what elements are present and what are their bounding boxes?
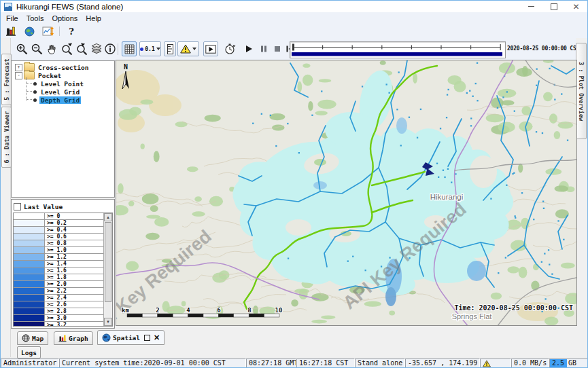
- legend-scrollbar[interactable]: ▲ ▼: [103, 213, 112, 326]
- tree-item-pocket[interactable]: - Pocket: [12, 71, 114, 79]
- legend-label: >= 2.8: [45, 308, 103, 314]
- legend-label: >= 2.6: [45, 301, 103, 308]
- tree-item-label[interactable]: Cross-section: [37, 64, 90, 71]
- menu-file[interactable]: File: [3, 13, 24, 24]
- tree-item-level-grid[interactable]: Level Grid: [12, 88, 114, 96]
- menu-help[interactable]: Help: [83, 13, 107, 24]
- legend-row[interactable]: >= 0.2: [14, 220, 103, 227]
- scale-ruler-button[interactable]: [164, 41, 176, 56]
- tree-item-level-point[interactable]: Level Point: [12, 79, 114, 88]
- scale-unit-label: km: [122, 307, 129, 314]
- tree-item-label[interactable]: Level Point: [39, 80, 85, 88]
- last-value-checkbox[interactable]: [14, 203, 21, 210]
- legend-swatch: [14, 227, 45, 233]
- legend-swatch: [14, 213, 45, 219]
- collapse-minus-icon[interactable]: -: [15, 72, 22, 79]
- minimize-button[interactable]: [520, 1, 542, 12]
- scale-tick-label: 4: [186, 307, 190, 314]
- legend-label: >= 1.0: [45, 247, 103, 253]
- contour-threshold-dropdown[interactable]: 0.1: [139, 41, 161, 56]
- play-button[interactable]: [241, 41, 256, 56]
- menu-tools[interactable]: Tools: [24, 13, 50, 24]
- tab-plot-overview-label: 3 : Plot Overview: [578, 62, 585, 121]
- help-button[interactable]: ?: [65, 25, 78, 37]
- legend-row[interactable]: >= 3.0: [14, 315, 103, 322]
- explorer-bars-button[interactable]: [4, 25, 18, 37]
- close-button[interactable]: ✕: [565, 1, 587, 12]
- animation-timer-button[interactable]: [222, 41, 237, 56]
- legend-row[interactable]: >= 2.8: [14, 308, 103, 315]
- tree-item-depth-grid[interactable]: Depth Grid: [12, 96, 114, 104]
- tab-close-icon[interactable]: ✕: [154, 333, 160, 342]
- legend-row[interactable]: >= 2.6: [14, 301, 103, 308]
- zoom-out-button[interactable]: [29, 41, 44, 56]
- zoom-previous-button[interactable]: [59, 41, 74, 56]
- slider-time-label: 2020-08-25 00:00:00 CST: [507, 45, 576, 52]
- tree-item-label[interactable]: Pocket: [37, 72, 63, 79]
- wireframe-globe-icon: [22, 334, 30, 342]
- globe-icon: [102, 333, 111, 342]
- zoom-in-button[interactable]: [14, 41, 29, 56]
- toolbar-separator: [59, 26, 60, 36]
- legend-label: >= 0.2: [45, 220, 103, 226]
- tab-spatial-label: Spatial: [113, 334, 140, 342]
- legend-row[interactable]: >= 0.8: [14, 240, 103, 247]
- warning-triangle-icon: [483, 360, 491, 367]
- tree-item-label[interactable]: Level Grid: [39, 88, 81, 96]
- map-viewport[interactable]: API Key Required API Key Required Hikura…: [116, 60, 577, 326]
- animation-dialog-button[interactable]: [203, 41, 218, 56]
- scroll-up-icon[interactable]: ▲: [104, 213, 112, 221]
- timeseries-dialog-button[interactable]: [41, 25, 54, 37]
- tree-item-label-selected[interactable]: Depth Grid: [39, 96, 81, 104]
- legend-row[interactable]: >= 0.4: [14, 227, 103, 234]
- expand-plus-icon[interactable]: +: [15, 64, 22, 71]
- chevron-down-icon: [156, 48, 160, 50]
- tab-data-viewer[interactable]: 6 : Data Viewer: [1, 107, 12, 168]
- menu-options[interactable]: Options: [49, 13, 83, 24]
- legend-row[interactable]: >= 2.0: [14, 281, 103, 288]
- right-tab-strip: 3 : Plot Overview: [576, 38, 587, 329]
- info-button[interactable]: [103, 41, 118, 56]
- zoom-next-button[interactable]: [74, 41, 89, 56]
- scale-tick-label: 6: [217, 307, 220, 314]
- app-logo-icon: [4, 3, 12, 11]
- legend-row[interactable]: >= 1.2: [14, 254, 103, 261]
- legend-row[interactable]: >= 0.6: [14, 234, 103, 240]
- status-alerts[interactable]: [480, 358, 511, 368]
- legend-row[interactable]: >= 1.8: [14, 274, 103, 281]
- pause-button[interactable]: [256, 41, 271, 56]
- time-slider[interactable]: [290, 41, 506, 58]
- tab-forecast[interactable]: 5 : Forecast: [1, 54, 12, 105]
- map-canvas[interactable]: API Key Required API Key Required Hikura…: [116, 60, 576, 325]
- logs-panel-button[interactable]: Logs: [17, 346, 41, 358]
- legend-row[interactable]: >= 1.4: [14, 261, 103, 268]
- tab-plot-overview[interactable]: 3 : Plot Overview: [576, 43, 587, 139]
- tab-graph[interactable]: Graph: [54, 331, 93, 345]
- tab-maximize-icon[interactable]: [144, 335, 150, 341]
- title-bar[interactable]: Hikurangi FEWS (Stand alone) ✕: [1, 1, 587, 12]
- pan-button[interactable]: [44, 41, 59, 56]
- legend-label: >= 1.6: [45, 268, 103, 274]
- maximize-button[interactable]: [542, 1, 565, 12]
- contour-dot-icon: [140, 48, 143, 51]
- legend-row[interactable]: >= 0: [14, 213, 103, 220]
- legend-row[interactable]: >= 1.6: [14, 268, 103, 274]
- legend-row[interactable]: >= 2.2: [14, 288, 103, 295]
- scroll-down-icon[interactable]: ▼: [104, 318, 112, 326]
- thresholds-dropdown[interactable]: [177, 41, 199, 56]
- bar-chart-icon: [5, 26, 16, 37]
- scale-bar: [127, 314, 279, 317]
- map-display-button[interactable]: [22, 25, 36, 37]
- legend-row[interactable]: >= 3.2: [14, 322, 103, 326]
- tab-spatial[interactable]: Spatial ✕: [97, 330, 165, 345]
- grid-display-button[interactable]: [122, 41, 137, 56]
- globe-icon: [24, 26, 35, 37]
- legend-row[interactable]: >= 2.4: [14, 295, 103, 301]
- status-bar: Administrator Current system time:2020-0…: [1, 358, 588, 368]
- scrollbar-thumb[interactable]: [105, 222, 111, 302]
- legend-row[interactable]: >= 1.0: [14, 247, 103, 254]
- layers-button[interactable]: [89, 41, 104, 56]
- bar-chart-icon: [58, 334, 67, 342]
- tab-map[interactable]: Map: [17, 331, 48, 345]
- legend-label: >= 2.0: [45, 281, 103, 287]
